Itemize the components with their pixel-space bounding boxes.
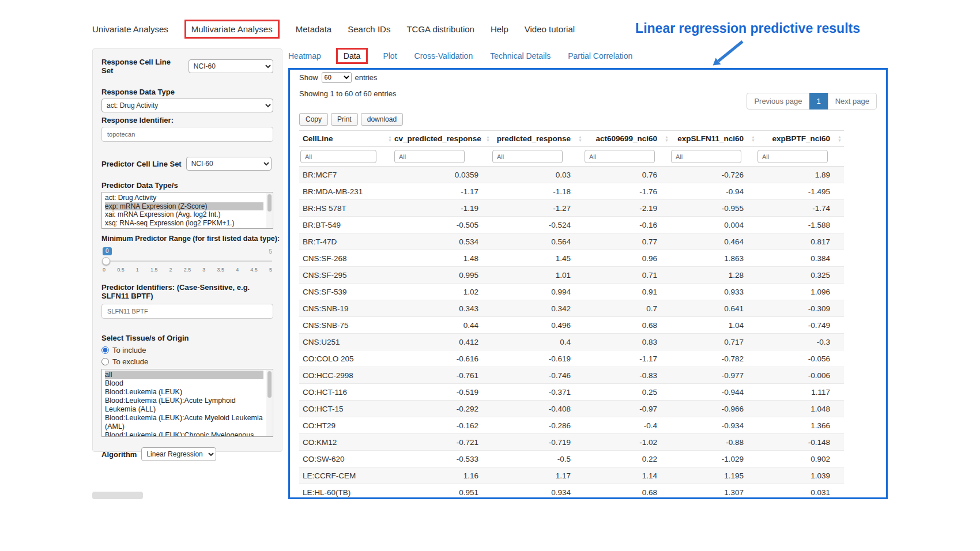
column-filter-input-cellline[interactable] [300, 150, 376, 163]
scrollbar[interactable] [266, 370, 272, 436]
tissue-origin-list[interactable]: all Blood Blood:Leukemia (LEUK) Blood:Le… [101, 369, 273, 437]
response-data-type-select[interactable]: act: Drug Activity [101, 99, 273, 112]
value-cell: -0.619 [492, 350, 585, 367]
value-cell: -0.371 [492, 384, 585, 401]
entries-select[interactable]: 60 [322, 72, 352, 83]
value-cell: 1.096 [757, 284, 844, 300]
list-option[interactable]: Blood:Leukemia (LEUK):Acute Myeloid Leuk… [105, 414, 263, 431]
table-row: CNS:U2510.4120.40.830.717-0.3 [299, 334, 844, 350]
list-option-selected[interactable]: all [105, 371, 263, 379]
list-option[interactable]: act: Drug Activity [105, 194, 263, 202]
nav-univariate-analyses[interactable]: Univariate Analyses [92, 24, 168, 34]
next-page-button[interactable]: Next page [828, 93, 877, 110]
nav-multivariate-analyses[interactable]: Multivariate Analyses [184, 20, 280, 39]
value-cell: 0.77 [585, 233, 671, 250]
show-entries-control: Show 60 entries [299, 71, 877, 84]
tab-data[interactable]: Data [336, 48, 368, 64]
value-cell: -0.162 [394, 417, 492, 434]
min-predictor-range-slider[interactable]: 0 5 00.511.522.533.544.55 [103, 247, 272, 277]
cellline-cell: BR:MCF7 [299, 167, 394, 183]
list-option-selected[interactable]: exp: mRNA Expression (Z-Score) [105, 202, 263, 211]
tab-technical-details[interactable]: Technical Details [490, 51, 551, 61]
previous-page-button[interactable]: Previous page [747, 93, 809, 110]
download-button[interactable]: download [361, 113, 403, 126]
tissue-include-radio[interactable]: To include [101, 346, 273, 354]
list-option[interactable]: Blood:Leukemia (LEUK):Chronic Myelogenou… [105, 431, 263, 437]
value-cell: -0.977 [671, 367, 757, 384]
slider-handle[interactable] [102, 257, 110, 265]
tissue-include-radio-input[interactable] [101, 346, 109, 354]
nav-help[interactable]: Help [491, 24, 508, 34]
column-filter-input-act609699[interactable] [585, 150, 655, 163]
tab-heatmap[interactable]: Heatmap [288, 51, 321, 61]
tab-plot[interactable]: Plot [383, 51, 397, 61]
column-header-predicted-response[interactable]: predicted_response ▲▼ [492, 131, 585, 147]
slider-track[interactable] [103, 261, 272, 262]
nav-video-tutorial[interactable]: Video tutorial [525, 24, 575, 34]
copy-button[interactable]: Copy [299, 113, 328, 126]
value-cell: -0.408 [492, 401, 585, 417]
sort-icon[interactable]: ▲▼ [751, 135, 755, 142]
value-cell: -0.749 [757, 317, 844, 334]
tissue-exclude-radio-input[interactable] [101, 358, 109, 365]
column-header-cv-predicted-response[interactable]: cv_predicted_response ▲▼ [394, 131, 492, 147]
tissue-include-label: To include [112, 346, 146, 354]
table-row: BR:BT-549-0.505-0.524-0.160.004-1.588 [299, 217, 844, 233]
footer-strip [92, 492, 143, 499]
predictor-data-types-list[interactable]: act: Drug Activity exp: mRNA Expression … [101, 192, 273, 229]
print-button[interactable]: Print [331, 113, 358, 126]
table-row: CNS:SF-5391.020.9940.910.9331.096 [299, 284, 844, 300]
response-identifier-input[interactable] [101, 127, 273, 142]
sort-icon[interactable]: ▲▼ [388, 135, 392, 142]
list-option[interactable]: xai: mRNA Expression (Avg. log2 Int.) [105, 210, 263, 219]
value-cell: -1.02 [585, 434, 671, 451]
predictor-identifiers-input[interactable] [101, 304, 273, 319]
table-row: BR:T-47D0.5340.5640.770.4640.817 [299, 233, 844, 250]
table-row: CNS:SNB-190.3430.3420.70.641-0.309 [299, 300, 844, 317]
list-option[interactable]: Blood:Leukemia (LEUK) [105, 388, 263, 397]
value-cell: -2.19 [585, 200, 671, 217]
column-filter-input-expbptf[interactable] [757, 150, 828, 163]
column-header-expbptf[interactable]: expBPTF_nci60 ▲▼ [757, 131, 844, 147]
algorithm-select[interactable]: Linear Regression [141, 447, 216, 461]
sort-icon[interactable]: ▲▼ [838, 135, 842, 142]
cellline-cell: BR:HS 578T [299, 200, 394, 217]
column-filter-input-cv-predicted-response[interactable] [394, 150, 465, 163]
tissue-exclude-radio[interactable]: To exclude [101, 357, 273, 366]
value-cell: 0.031 [757, 484, 844, 500]
value-cell: 0.22 [585, 451, 671, 467]
column-header-act609699[interactable]: act609699_nci60 ▲▼ [585, 131, 671, 147]
list-option[interactable]: Blood:Leukemia (LEUK):Acute Lymphoid Leu… [105, 397, 263, 414]
column-header-cellline[interactable]: CellLine ▲▼ [299, 131, 394, 147]
value-cell: 1.28 [671, 267, 757, 284]
list-option[interactable]: xsq: RNA-seq Expression (log2 FPKM+1.) [105, 219, 263, 228]
sort-icon[interactable]: ▲▼ [665, 135, 669, 142]
predictor-cell-line-set-select[interactable]: NCI-60 [186, 157, 272, 171]
value-cell: 0.564 [492, 233, 585, 250]
value-cell: -1.19 [394, 200, 492, 217]
value-cell: -1.588 [757, 217, 844, 233]
sort-icon[interactable]: ▲▼ [486, 135, 490, 142]
column-filter-input-expslfn11[interactable] [671, 150, 741, 163]
response-cell-line-set-select[interactable]: NCI-60 [189, 59, 273, 73]
value-cell: -0.761 [394, 367, 492, 384]
cellline-cell: CO:HCT-15 [299, 401, 394, 417]
tab-partial-correlation[interactable]: Partial Correlation [568, 51, 632, 61]
value-cell: 1.04 [671, 317, 757, 334]
nav-metadata[interactable]: Metadata [296, 24, 332, 34]
value-cell: -1.029 [671, 451, 757, 467]
sort-icon[interactable]: ▲▼ [578, 135, 582, 142]
column-filter-input-predicted-response[interactable] [492, 150, 563, 163]
list-option[interactable]: Blood [105, 379, 263, 388]
algorithm-label: Algorithm [101, 450, 137, 459]
value-cell: 0.7 [585, 300, 671, 317]
column-header-expslfn11[interactable]: expSLFN11_nci60 ▲▼ [671, 131, 757, 147]
tab-cross-validation[interactable]: Cross-Validation [414, 51, 473, 61]
cellline-cell: CNS:SF-268 [299, 250, 394, 267]
nav-search-ids[interactable]: Search IDs [348, 24, 390, 34]
value-cell: -0.292 [394, 401, 492, 417]
scrollbar[interactable] [266, 193, 272, 228]
page-1-button[interactable]: 1 [809, 93, 828, 110]
nav-tcga-distribution[interactable]: TCGA distribution [406, 24, 474, 34]
cellline-cell: BR:BT-549 [299, 217, 394, 233]
